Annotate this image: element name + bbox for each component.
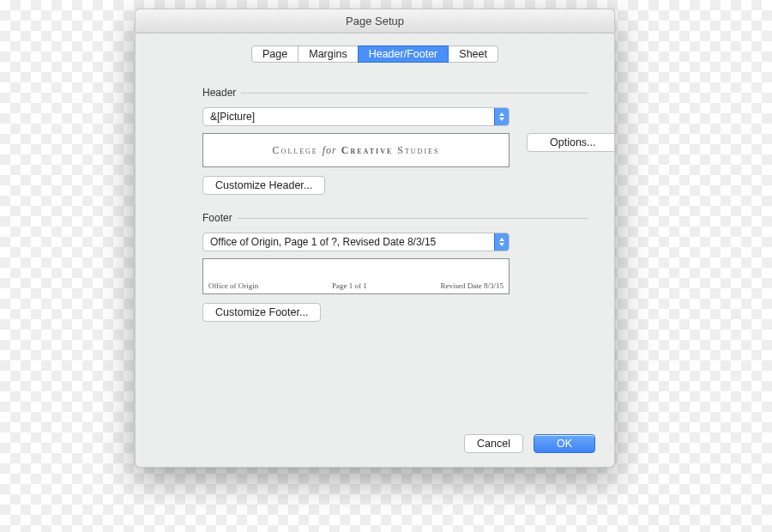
header-row: &[Picture] College for Creative Studies … [161,107,588,167]
footer-preview-center: Page 1 of 1 [332,281,367,290]
options-button[interactable]: Options... [527,133,615,152]
footer-label: Footer [202,212,238,224]
footer-select-value: Office of Origin, Page 1 of ?, Revised D… [203,236,494,248]
updown-icon [494,108,509,125]
divider [238,218,588,219]
customize-footer-button[interactable]: Customize Footer... [202,303,321,322]
header-preview: College for Creative Studies [202,133,510,167]
tab-page[interactable]: Page [251,45,299,63]
cancel-button[interactable]: Cancel [464,434,523,453]
tab-content: Header &[Picture] College for Creative S… [136,63,614,322]
tab-header-footer[interactable]: Header/Footer [358,45,449,63]
footer-preview: Office of Origin Page 1 of 1 Revised Dat… [202,258,510,294]
tab-margins[interactable]: Margins [298,45,358,63]
footer-group-label: Footer [202,212,588,224]
header-preview-content: College for Creative Studies [273,144,440,157]
dialog-footer: Cancel OK [464,434,595,453]
dialog-title: Page Setup [136,9,614,33]
ok-button[interactable]: OK [534,434,595,453]
footer-select[interactable]: Office of Origin, Page 1 of ?, Revised D… [202,233,510,251]
header-select-value: &[Picture] [203,111,494,123]
updown-icon [494,233,509,251]
footer-preview-left: Office of Origin [208,281,258,290]
customize-header-button[interactable]: Customize Header... [202,176,325,195]
page-setup-dialog: Page Setup Page Margins Header/Footer Sh… [135,9,615,468]
header-label: Header [202,87,241,99]
tab-bar: Page Margins Header/Footer Sheet [136,45,614,63]
header-group-label: Header [202,87,588,99]
divider [241,93,588,94]
footer-row: Office of Origin, Page 1 of ?, Revised D… [161,233,588,294]
header-select[interactable]: &[Picture] [202,107,510,126]
footer-preview-right: Revised Date 8/3/15 [440,281,504,290]
tab-sheet[interactable]: Sheet [448,45,498,63]
